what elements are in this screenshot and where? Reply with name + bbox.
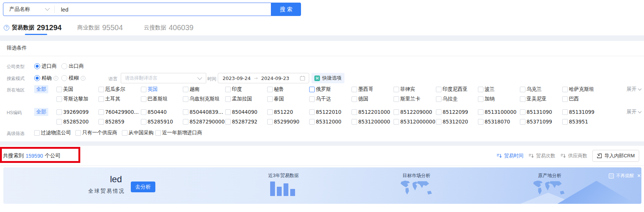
filter-option[interactable]: 85131090 (520, 108, 552, 116)
radio-circle[interactable] (61, 75, 67, 81)
filter-option[interactable]: 85371099 (520, 118, 552, 126)
filter-option[interactable]: 85122010 (309, 108, 342, 116)
radio-circle[interactable] (34, 63, 40, 69)
filter-option[interactable]: 乌干达 (309, 95, 331, 103)
checkbox[interactable] (436, 96, 441, 102)
checkbox[interactable] (225, 109, 231, 115)
checkbox[interactable] (141, 87, 146, 92)
search-button[interactable]: 搜 索 (271, 3, 301, 16)
checkbox[interactable] (141, 96, 146, 102)
filter-option[interactable]: 哈萨克斯坦 (562, 85, 594, 93)
checkbox[interactable] (267, 96, 273, 102)
radio-fuzzy[interactable]: 模糊 i (61, 75, 85, 81)
checkbox[interactable] (394, 87, 399, 92)
sort-supplier-count[interactable]: 供应商数 (560, 152, 587, 159)
filter-option[interactable]: 墨西哥 (352, 85, 373, 93)
checkbox[interactable] (436, 87, 441, 92)
import-crm-button[interactable]: 导入内部CRM (592, 150, 639, 162)
analyze-button[interactable]: 去分析 (131, 182, 155, 192)
filter-option[interactable]: 乌拉圭 (436, 95, 458, 103)
filter-option[interactable]: 德国 (352, 95, 368, 103)
radio-exact[interactable]: 精确 i (34, 75, 58, 81)
filter-option[interactable]: 乌兹别克斯坦 (183, 95, 220, 103)
filter-option[interactable]: 巴西 (562, 95, 579, 103)
info-icon[interactable]: i (81, 76, 85, 81)
checkbox[interactable] (309, 87, 315, 92)
filter-option[interactable]: 孟加拉国 (225, 95, 252, 103)
filter-option[interactable]: 巴基斯坦 (141, 95, 168, 103)
filter-option[interactable]: 853951 (562, 118, 588, 126)
search-category-select[interactable]: 产品名称 (3, 6, 54, 13)
checkbox[interactable] (352, 119, 357, 125)
checkbox[interactable] (98, 109, 104, 115)
checkbox[interactable] (56, 119, 62, 125)
radio-exporter[interactable]: 出口商 (61, 63, 84, 70)
filter-option[interactable]: 85285910 (141, 118, 173, 126)
filter-option[interactable]: 从中国采购 (122, 129, 154, 137)
checkbox[interactable] (352, 87, 357, 92)
filter-option[interactable]: 印度尼西亚 (436, 85, 468, 93)
filter-option[interactable]: 过滤物流公司 (34, 129, 71, 137)
checkbox[interactable] (225, 96, 231, 102)
checkbox[interactable] (267, 119, 273, 125)
checkbox[interactable] (183, 109, 188, 115)
radio-circle[interactable] (34, 75, 40, 81)
checkbox[interactable] (520, 119, 525, 125)
info-icon[interactable]: i (54, 76, 58, 81)
checkbox[interactable] (98, 96, 104, 102)
checkbox[interactable] (183, 87, 188, 92)
filter-option[interactable]: 850440839... (183, 108, 223, 116)
checkbox[interactable] (155, 130, 161, 136)
quick-options-button[interactable]: ⌘ 快捷选项 (311, 73, 344, 83)
checkbox[interactable] (267, 109, 273, 115)
filter-option[interactable]: 俄罗斯 (309, 85, 331, 93)
checkbox[interactable] (34, 130, 40, 136)
checkbox[interactable] (394, 119, 399, 125)
filter-option[interactable]: 越南 (183, 85, 200, 93)
checkbox[interactable] (520, 109, 525, 115)
filter-option[interactable]: 秘鲁 (267, 85, 284, 93)
filter-option[interactable]: 85287290000 (183, 118, 224, 126)
filter-option[interactable]: 85299090 (267, 118, 300, 126)
filter-option[interactable]: 印度 (225, 85, 242, 93)
filter-option[interactable]: 厄瓜多尔 (98, 85, 125, 93)
checkbox[interactable] (562, 109, 568, 115)
checkbox[interactable] (352, 96, 357, 102)
checkbox[interactable] (225, 87, 231, 92)
filter-option[interactable]: 85312000 (309, 118, 342, 126)
filter-option[interactable]: 只有一个供应商 (75, 129, 117, 137)
checkbox[interactable] (436, 109, 441, 115)
close-icon[interactable]: ✕ (637, 173, 641, 179)
checkbox[interactable] (183, 119, 188, 125)
checkbox[interactable] (309, 96, 315, 102)
filter-option[interactable]: 加纳 (478, 95, 495, 103)
filter-option[interactable]: 8512209000 (394, 108, 432, 116)
region-expand-button[interactable]: 展开 (627, 85, 641, 93)
filter-option[interactable]: 760429900... (98, 108, 139, 116)
checkbox[interactable] (75, 130, 81, 136)
filter-option[interactable]: 斯里兰卡 (394, 95, 420, 103)
filter-option[interactable]: 8513100000 (478, 108, 517, 116)
filter-option[interactable]: 850440 (141, 108, 167, 116)
filter-option[interactable]: 土耳其 (98, 95, 120, 103)
tab-cloud-search-data[interactable]: 云搜数据 406039 (144, 20, 194, 35)
tab-business-data[interactable]: 商业数据 95504 (77, 20, 123, 35)
language-select[interactable]: 请选择翻译语言 (121, 73, 206, 83)
checkbox[interactable] (436, 119, 441, 125)
checkbox[interactable] (225, 119, 231, 125)
checkbox[interactable] (562, 96, 568, 102)
checkbox[interactable] (141, 119, 146, 125)
checkbox[interactable] (56, 96, 62, 102)
filter-option[interactable]: 85312000000 (394, 118, 435, 126)
filter-option[interactable]: 8531200000 (352, 118, 390, 126)
date-end[interactable]: 2024-09-23 (261, 76, 289, 81)
checkbox[interactable] (352, 109, 357, 115)
filter-option[interactable]: 85285200 (56, 118, 89, 126)
checkbox[interactable] (141, 109, 146, 115)
search-input[interactable] (60, 6, 271, 13)
radio-importer[interactable]: 进口商 (34, 63, 57, 70)
radio-circle[interactable] (61, 63, 67, 69)
help-icon[interactable]: ? (4, 25, 9, 30)
checkbox[interactable] (267, 87, 273, 92)
filter-option[interactable]: 85287292 (225, 118, 258, 126)
